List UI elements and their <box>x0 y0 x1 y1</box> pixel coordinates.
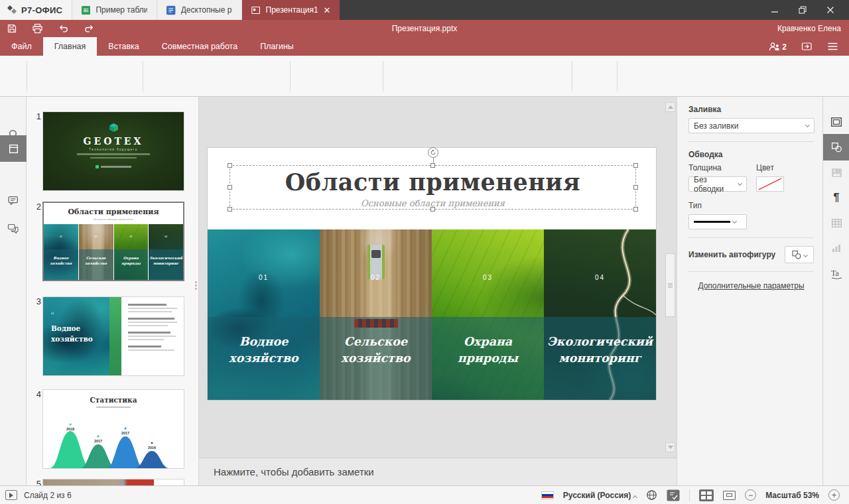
r7-logo-text: Р7-ОФИС <box>21 5 62 15</box>
print-button[interactable] <box>32 23 43 34</box>
spreadsheet-icon <box>82 5 90 15</box>
view-settings-button[interactable] <box>827 42 838 51</box>
canvas-scrollbar[interactable] <box>665 102 675 452</box>
tab-home[interactable]: Главная <box>43 37 98 56</box>
close-window-icon[interactable] <box>826 6 834 14</box>
open-file-location-button[interactable] <box>801 41 813 52</box>
editor-area: Области применения Основные области прим… <box>199 97 677 485</box>
slide-image-columns: 01 Водноехозяйство 02 Сельскоехозяйство … <box>208 229 656 400</box>
stroke-type-label: Тип <box>688 201 814 210</box>
textart-settings-button[interactable]: Ta <box>823 260 849 286</box>
slide-thumbnail-2-selected[interactable]: Области применения Основные области прим… <box>42 202 184 281</box>
notes-area[interactable]: Нажмите, чтобы добавить заметки <box>199 458 677 485</box>
collaborators-button[interactable]: 2 <box>769 42 787 52</box>
comments-button[interactable] <box>0 187 27 214</box>
quick-access-toolbar <box>0 23 113 34</box>
redo-button[interactable] <box>84 23 95 34</box>
paragraph-icon: ¶ <box>834 192 840 204</box>
slide1-badge <box>43 165 184 168</box>
tab-file[interactable]: Файл <box>0 37 43 56</box>
doc-tab-document[interactable]: Десктопные р... <box>157 0 241 20</box>
undo-button[interactable] <box>58 23 69 34</box>
hamburger-menu-icon <box>827 42 838 51</box>
close-tab-icon[interactable]: ✕ <box>323 5 330 15</box>
slide-number: 1 <box>32 111 41 121</box>
tab-insert[interactable]: Вставка <box>97 37 150 56</box>
spellcheck-button[interactable] <box>667 489 680 501</box>
solid-line-sample <box>694 221 730 223</box>
chevron-down-icon <box>803 252 808 257</box>
advanced-settings-link[interactable]: Дополнительные параметры <box>688 281 814 290</box>
shape-settings-button[interactable] <box>823 134 849 160</box>
chat-icon <box>7 223 19 234</box>
slide-number: 2 <box>32 202 41 212</box>
resize-handle-n[interactable] <box>430 163 435 168</box>
resize-handle-nw[interactable] <box>228 163 232 168</box>
svg-text:2017: 2017 <box>94 439 102 443</box>
change-autoshape-label: Изменить автофигуру <box>688 250 775 259</box>
slide-settings-button[interactable] <box>823 109 849 135</box>
save-button[interactable] <box>7 23 17 34</box>
fill-select[interactable]: Без заливки <box>688 118 815 133</box>
tab-plugins[interactable]: Плагины <box>249 37 305 56</box>
column-monitoring[interactable]: 04 Экологическиймониторинг <box>544 229 656 400</box>
change-autoshape-button[interactable] <box>785 246 814 263</box>
set-language-button[interactable] <box>646 489 657 501</box>
ribbon-header: Презентация.pptx Кравченко Елена <box>0 20 849 37</box>
slide-thumbnail-5[interactable] <box>42 479 184 485</box>
language-selector[interactable]: Русский (Россия) <box>563 491 637 500</box>
slide-number: 4 <box>32 389 41 399</box>
resize-handle-ne[interactable] <box>633 163 638 168</box>
document-icon <box>166 5 175 15</box>
resize-handle-s[interactable] <box>430 207 435 212</box>
current-slide[interactable]: Области применения Основные области прим… <box>207 147 657 401</box>
zoom-level: Масштаб 53% <box>765 491 819 500</box>
column-nature[interactable]: 03 Охранаприроды <box>432 229 544 400</box>
stroke-color-swatch[interactable] <box>756 176 784 192</box>
slide-thumbnail-4[interactable]: Статистика ★ 2018 ★ 2017 ★ 2017 ★ 2016 <box>42 389 184 469</box>
table-settings-button <box>823 210 849 236</box>
fit-slide-button[interactable] <box>723 491 736 500</box>
user-name: Кравченко Елена <box>736 24 849 33</box>
app-window: Р7-ОФИС Пример табли... Десктопные р... … <box>0 0 849 504</box>
slide-thumbnail-3[interactable]: 01 Водноехозяйство <box>42 296 184 376</box>
slide-thumbnail-1[interactable]: GEOTEX Технологии будущего <box>42 111 184 191</box>
slide-sorter-button[interactable] <box>699 489 714 501</box>
column-water[interactable]: 01 Водноехозяйство <box>208 229 320 400</box>
slide-title-text[interactable]: Области применения <box>285 168 580 196</box>
river-lines <box>544 229 656 400</box>
slide-thumbnails-panel: 1 GEOTEX Технологии будущего 2 Области п… <box>27 97 199 485</box>
restore-icon[interactable] <box>799 6 807 14</box>
minimize-icon[interactable] <box>771 6 779 14</box>
chevron-down-icon <box>732 219 737 223</box>
resize-handle-e[interactable] <box>633 185 638 190</box>
resize-handle-se[interactable] <box>633 207 638 212</box>
title-textbox-selected[interactable]: Области применения Основные области прим… <box>229 165 636 210</box>
doc-tab-presentation-active[interactable]: Презентация1... ✕ <box>241 0 340 20</box>
scroll-up-button[interactable] <box>665 102 675 112</box>
slide1-tagline: Технологии будущего <box>43 148 184 151</box>
tab-collaboration[interactable]: Совместная работа <box>151 37 249 56</box>
scrollbar-thumb[interactable] <box>665 253 675 317</box>
stroke-width-select[interactable]: Без обводки <box>688 176 747 192</box>
column-agriculture[interactable]: 02 Сельскоехозяйство <box>320 229 432 400</box>
svg-text:2017: 2017 <box>121 431 129 435</box>
stroke-type-select[interactable] <box>688 214 747 229</box>
panel-resize-grip[interactable] <box>195 281 198 291</box>
doc-tab-spreadsheet[interactable]: Пример табли... <box>72 0 157 20</box>
resize-handle-w[interactable] <box>228 185 232 190</box>
resize-handle-sw[interactable] <box>228 207 232 212</box>
shape-settings-icon <box>831 142 842 153</box>
rotation-handle[interactable] <box>428 147 438 158</box>
slide-canvas[interactable]: Области применения Основные области прим… <box>199 97 677 458</box>
zoom-out-button[interactable]: − <box>745 489 756 501</box>
svg-text:★: ★ <box>150 441 153 445</box>
scroll-down-button[interactable] <box>665 442 675 452</box>
paragraph-settings-button[interactable]: ¶ <box>823 184 849 211</box>
zoom-in-button[interactable]: + <box>828 489 840 501</box>
start-slideshow-icon[interactable] <box>5 490 17 500</box>
table-settings-icon <box>831 218 842 228</box>
notes-placeholder: Нажмите, чтобы добавить заметки <box>214 466 374 477</box>
slides-panel-button[interactable] <box>0 135 27 162</box>
chat-button[interactable] <box>0 215 27 241</box>
